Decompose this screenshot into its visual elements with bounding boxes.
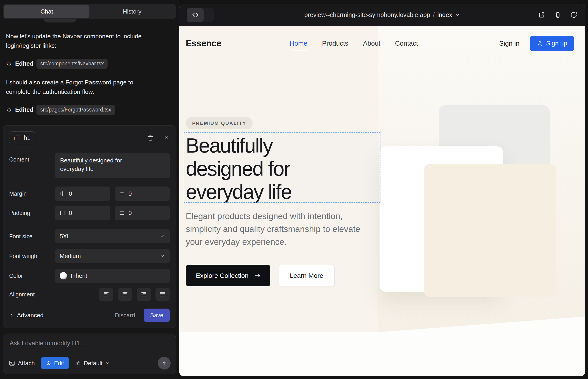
sign-up-label: Sign up [546,40,567,47]
align-right-button[interactable] [137,288,151,301]
chat-sidebar: Chat History Now let's update the Navbar… [0,0,179,379]
tab-chat[interactable]: Chat [4,5,90,18]
url-page[interactable]: index [437,12,452,19]
font-size-select[interactable]: 5XL [55,229,170,243]
align-justify-button[interactable] [155,288,170,301]
attach-label: Attach [18,360,35,367]
margin-horizontal-icon [60,191,65,196]
sign-in-link[interactable]: Sign in [499,40,520,47]
color-row: Color Inherit [9,269,170,283]
margin-y-value: 0 [128,190,132,197]
url-separator: / [433,12,435,19]
brand-logo[interactable]: Essence [186,38,221,48]
edit-mode-button[interactable]: Edit [41,357,69,369]
url-host: preview--charming-site-symphony.lovable.… [304,12,430,19]
attach-button[interactable]: Attach [9,360,35,367]
color-label: Color [9,272,55,279]
headline-line: everyday life [186,180,292,204]
color-swatch [60,272,67,279]
align-center-button[interactable] [118,288,132,301]
font-weight-select[interactable]: Medium [55,249,170,263]
margin-row: Margin 0 0 [9,187,170,201]
preview-pane: preview--charming-site-symphony.lovable.… [179,0,588,379]
edited-label: Edited [15,106,33,113]
chat-composer[interactable]: Ask Lovable to modify H1... Attach Edit [3,333,176,374]
font-weight-row: Font weight Medium [9,249,170,263]
code-icon [6,61,12,67]
padding-vertical-icon [119,210,125,216]
close-editor-button[interactable] [163,135,170,141]
chevron-down-icon[interactable] [455,12,460,17]
hero-paragraph[interactable]: Elegant products designed with intention… [186,210,369,248]
discard-button[interactable]: Discard [113,312,137,319]
nav-home[interactable]: Home [290,40,307,47]
advanced-toggle[interactable]: Advanced [9,312,44,319]
padding-y-input[interactable]: 0 [115,206,170,220]
mobile-view-button[interactable] [554,12,561,18]
smartphone-icon [554,12,561,18]
element-tag-pill: TT h1 [9,131,35,144]
font-size-value: 5XL [60,233,70,240]
nav-products[interactable]: Products [322,40,348,47]
padding-row: Padding 0 0 [9,206,170,220]
padding-x-value: 0 [69,209,72,217]
sign-up-button[interactable]: Sign up [530,36,574,51]
file-badge[interactable]: src/components/Navbar.tsx [36,59,107,69]
nav-contact[interactable]: Contact [395,40,418,47]
send-button[interactable] [158,357,171,370]
content-label: Content [9,153,55,163]
nav-about[interactable]: About [363,40,380,47]
headline-line: designed for [186,157,292,180]
advanced-label: Advanced [17,312,44,319]
element-tag-label: h1 [24,134,31,142]
learn-more-button[interactable]: Learn More [279,265,335,286]
save-button[interactable]: Save [144,309,170,322]
font-weight-value: Medium [60,253,81,260]
hero-headline[interactable]: Beautifully designed for everyday life [186,134,292,204]
explore-collection-button[interactable]: Explore Collection → [186,265,270,286]
color-select[interactable]: Inherit [55,269,170,283]
arrow-right-icon: → [255,272,260,279]
margin-vertical-icon [119,191,125,196]
chevron-right-icon [9,313,14,318]
premium-badge: PREMIUM QUALITY [186,117,253,129]
edited-label: Edited [15,60,33,67]
margin-x-value: 0 [69,190,72,197]
url-bar[interactable]: preview--charming-site-symphony.lovable.… [304,12,460,19]
composer-input[interactable]: Ask Lovable to modify H1... [10,340,169,347]
margin-label: Margin [9,190,55,197]
chat-message: I should also create a Forgot Password p… [6,78,144,96]
edited-file-row[interactable]: Edited src/components/Navbar.tsx [6,59,173,69]
margin-x-input[interactable]: 0 [55,187,110,201]
file-badge[interactable]: src/pages/ForgotPassword.tsx [36,105,115,115]
text-size-icon: TT [13,135,20,141]
clipped-chip [44,19,76,22]
headline-line: Beautifully [186,134,292,157]
default-mode-button[interactable]: Default [75,360,110,367]
margin-y-input[interactable]: 0 [115,187,170,201]
lovable-app: Chat History Now let's update the Navbar… [0,0,588,379]
padding-x-input[interactable]: 0 [55,206,110,220]
refresh-button[interactable] [570,12,577,18]
padding-horizontal-icon [60,210,65,216]
content-row: Content Beautifully designed for everyda… [9,153,170,178]
editor-footer: Advanced Discard Save [9,309,170,322]
color-value: Inherit [71,272,87,279]
edited-file-row[interactable]: Edited src/pages/ForgotPassword.tsx [6,105,173,115]
delete-element-button[interactable] [147,135,154,141]
site-navbar: Essence Home Products About Contact Sign… [179,26,585,61]
tab-history[interactable]: History [90,5,175,18]
hero-cta-row: Explore Collection → Learn More [186,265,335,286]
content-input[interactable]: Beautifully designed for everyday life [55,153,170,178]
code-preview-toggle[interactable] [187,8,214,22]
align-left-button[interactable] [99,288,113,301]
font-size-label: Font size [9,233,55,240]
external-link-icon [538,12,545,18]
site-preview: Essence Home Products About Contact Sign… [179,26,585,376]
font-size-row: Font size 5XL [9,229,170,243]
arrow-up-icon [161,360,167,366]
element-editor-panel: TT h1 Content Beautifully designed for e… [3,125,176,328]
default-mode-label: Default [84,360,103,367]
browser-frame: preview--charming-site-symphony.lovable.… [179,4,585,376]
open-external-button[interactable] [538,12,545,18]
